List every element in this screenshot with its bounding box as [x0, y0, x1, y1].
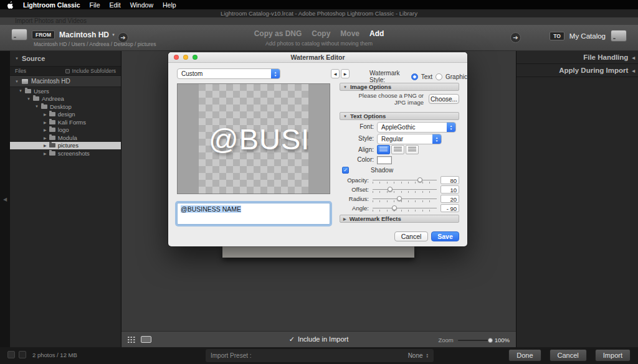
tree-item-desktop[interactable]: ▼ Desktop — [10, 103, 121, 111]
file-handling-section[interactable]: File Handling ◀ — [517, 51, 638, 64]
image-options-header[interactable]: ▼ Image Options — [340, 83, 459, 91]
window-titlebar: Lightroom Catalog-v10.lrcat - Adobe Phot… — [0, 9, 638, 17]
menubar-item-edit[interactable]: Edit — [110, 1, 121, 9]
tree-item-andreea[interactable]: ▼ Andreea — [10, 95, 121, 103]
watermark-text-input[interactable]: @BUSINESS NAME — [177, 203, 330, 225]
text-options-header[interactable]: ▼ Text Options — [340, 112, 459, 120]
view-toggle-icon[interactable] — [19, 351, 26, 358]
offset-slider[interactable] — [373, 189, 437, 190]
apply-during-import-section[interactable]: Apply During Import ◀ — [517, 64, 638, 77]
import-button[interactable]: Import — [595, 349, 631, 362]
radius-value[interactable]: 20 — [440, 195, 459, 203]
style-graphic-radio[interactable] — [436, 73, 442, 80]
offset-value[interactable]: 10 — [440, 185, 459, 194]
radius-slider[interactable] — [373, 198, 437, 199]
method-hint: Add photos to catalog without moving the… — [194, 40, 444, 47]
opacity-slider[interactable] — [373, 180, 437, 180]
check-icon: ✓ — [289, 335, 295, 343]
dialog-save-button[interactable]: Save — [431, 231, 459, 241]
font-style-select[interactable]: Regular ▲▼ — [377, 134, 442, 144]
zoom-slider-thumb[interactable] — [488, 338, 493, 343]
source-selector[interactable]: Macintosh HD ▼ — [59, 30, 115, 39]
left-panel-collapse-gutter[interactable]: ◀ — [0, 51, 10, 347]
next-preview-button[interactable]: ▶ — [341, 69, 350, 78]
previous-preview-button[interactable]: ◀ — [331, 69, 340, 78]
offset-slider-thumb[interactable] — [388, 187, 393, 192]
folder-icon — [49, 112, 55, 116]
import-preset-select[interactable]: None ▲▼ — [408, 352, 429, 359]
opacity-value[interactable]: 80 — [440, 176, 459, 184]
from-badge: FROM — [32, 30, 55, 39]
angle-value[interactable]: - 90 — [440, 204, 459, 212]
shadow-checkbox[interactable]: ✓ — [342, 167, 349, 174]
dialog-cancel-button[interactable]: Cancel — [394, 231, 428, 241]
folder-icon — [25, 89, 31, 93]
import-method-group: Copy as DNG Copy Move Add — [194, 29, 444, 38]
tree-item-pictures[interactable]: ▶ pictures — [10, 142, 121, 150]
menubar-item-window[interactable]: Window — [130, 1, 153, 9]
apple-icon[interactable] — [7, 1, 14, 9]
dialog-titlebar[interactable]: Watermark Editor — [168, 52, 467, 63]
watermark-preview-text: @BUSINESS NAME — [209, 122, 308, 156]
method-copy-as-dng[interactable]: Copy as DNG — [254, 29, 302, 38]
angle-slider[interactable] — [373, 208, 437, 208]
tree-item-logo[interactable]: ▶ logo — [10, 126, 121, 134]
volume-row-macintosh-hd[interactable]: ▼ Macintosh HD — [10, 76, 121, 87]
cancel-button[interactable]: Cancel — [550, 349, 587, 362]
disclosure-down-icon: ▼ — [15, 80, 19, 83]
slider-ticks — [373, 200, 437, 202]
tree-item-modula[interactable]: ▶ Modula — [10, 134, 121, 142]
tree-item-users[interactable]: ▼ Users — [10, 87, 121, 95]
align-right-button[interactable] — [406, 145, 419, 154]
files-label: Files — [15, 68, 26, 74]
disclosure-right-icon: ▶ — [343, 217, 346, 221]
include-subfolders-checkbox[interactable] — [65, 69, 70, 73]
align-left-button[interactable] — [377, 145, 390, 154]
menubar-item-help[interactable]: Help — [163, 1, 176, 9]
color-swatch[interactable] — [377, 156, 392, 164]
watermark-preset-select[interactable]: Custom ▲▼ — [177, 68, 280, 79]
font-style-label: Style: — [340, 135, 374, 142]
align-center-icon — [394, 147, 402, 152]
menubar-item-file[interactable]: File — [90, 1, 100, 9]
source-panel: ▼ Source Files Include Subfolders ▼ Maci… — [10, 51, 121, 347]
disclosure-right-icon: ▶ — [44, 120, 47, 124]
method-copy[interactable]: Copy — [312, 29, 330, 38]
panel-toggle-icon[interactable] — [7, 351, 15, 358]
method-move[interactable]: Move — [340, 29, 359, 38]
font-select[interactable]: AppleGothic ▲▼ — [377, 122, 456, 133]
source-panel-header[interactable]: ▼ Source — [10, 51, 121, 66]
flow-arrow-left-icon: ➔ — [118, 32, 128, 43]
done-button[interactable]: Done — [508, 349, 541, 362]
watermark-effects-header[interactable]: ▶ Watermark Effects — [340, 215, 459, 223]
check-icon: ✓ — [343, 167, 348, 173]
style-text-radio[interactable] — [411, 73, 418, 80]
destination-name[interactable]: My Catalog — [569, 32, 606, 40]
tree-item-screenshots[interactable]: ▶ screenshots — [10, 149, 121, 157]
tree-item-design[interactable]: ▶ design — [10, 111, 121, 119]
to-badge: TO — [550, 32, 564, 40]
zoom-value: 100% — [495, 337, 510, 343]
opacity-slider-row: Opacity: 80 — [340, 176, 459, 184]
choose-image-button[interactable]: Choose... — [429, 94, 459, 104]
disclosure-right-icon: ▶ — [44, 143, 47, 147]
tree-item-kali-forms[interactable]: ▶ Kali Forms — [10, 118, 121, 126]
disclosure-right-icon: ▶ — [44, 128, 47, 132]
opacity-slider-thumb[interactable] — [417, 177, 422, 182]
radius-slider-thumb[interactable] — [397, 196, 402, 201]
slider-ticks — [373, 191, 437, 193]
style-text-label[interactable]: Text — [421, 73, 432, 80]
selected-text: @BUSINESS NAME — [181, 205, 241, 213]
grid-toolbar: ✓Include in Import Zoom 100% — [121, 331, 516, 347]
style-graphic-label[interactable]: Graphic — [445, 73, 467, 80]
menubar-app-name[interactable]: Lightroom Classic — [23, 1, 80, 9]
disclosure-down-icon: ▼ — [343, 114, 347, 118]
dropdown-stepper-icon: ▲▼ — [447, 123, 455, 132]
font-label: Font: — [340, 123, 374, 130]
method-add[interactable]: Add — [369, 29, 384, 38]
photo-thumbnail[interactable] — [222, 245, 414, 258]
import-preset-label: Import Preset : — [211, 352, 252, 359]
align-center-button[interactable] — [391, 145, 404, 154]
zoom-slider[interactable] — [458, 340, 490, 341]
angle-slider-thumb[interactable] — [392, 205, 397, 210]
